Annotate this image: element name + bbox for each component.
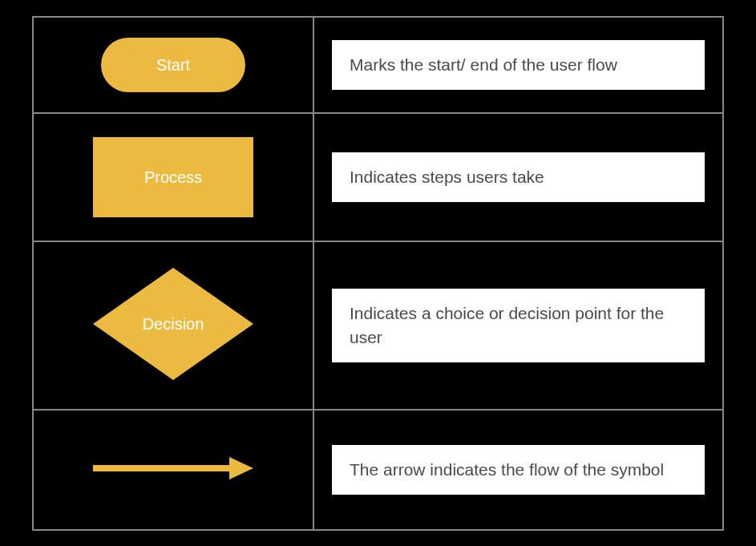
shape-label: Decision — [143, 315, 204, 334]
shape-cell: Process — [33, 113, 313, 241]
description-box: Indicates steps users take — [332, 152, 705, 202]
description-text: The arrow indicates the flow of the symb… — [350, 460, 664, 479]
legend-row: The arrow indicates the flow of the symb… — [33, 410, 723, 530]
description-cell: Marks the start/ end of the user flow — [313, 17, 723, 113]
legend-row: Process Indicates steps users take — [33, 113, 723, 241]
svg-marker-2 — [229, 457, 253, 479]
shape-label: Process — [144, 168, 202, 187]
description-box: The arrow indicates the flow of the symb… — [332, 445, 705, 495]
description-text: Indicates steps users take — [350, 168, 544, 186]
description-box: Marks the start/ end of the user flow — [332, 40, 705, 90]
shape-cell: Decision — [33, 241, 313, 410]
arrow-shape — [89, 452, 257, 487]
arrow-icon — [89, 452, 257, 484]
legend-row: Start Marks the start/ end of the user f… — [33, 17, 723, 113]
shape-cell: Start — [33, 17, 313, 113]
description-cell: Indicates a choice or decision point for… — [313, 241, 723, 410]
terminator-shape: Start — [101, 38, 245, 92]
flowchart-legend-table: Start Marks the start/ end of the user f… — [32, 16, 724, 531]
description-text: Indicates a choice or decision point for… — [350, 304, 664, 346]
shape-cell — [33, 410, 313, 530]
process-shape: Process — [93, 137, 253, 217]
description-cell: Indicates steps users take — [313, 113, 723, 241]
description-box: Indicates a choice or decision point for… — [332, 289, 705, 363]
description-text: Marks the start/ end of the user flow — [350, 55, 617, 74]
description-cell: The arrow indicates the flow of the symb… — [313, 410, 723, 530]
shape-label: Start — [156, 56, 190, 75]
legend-row: Decision Indicates a choice or decision … — [33, 241, 723, 410]
decision-shape: Decision — [93, 268, 253, 380]
